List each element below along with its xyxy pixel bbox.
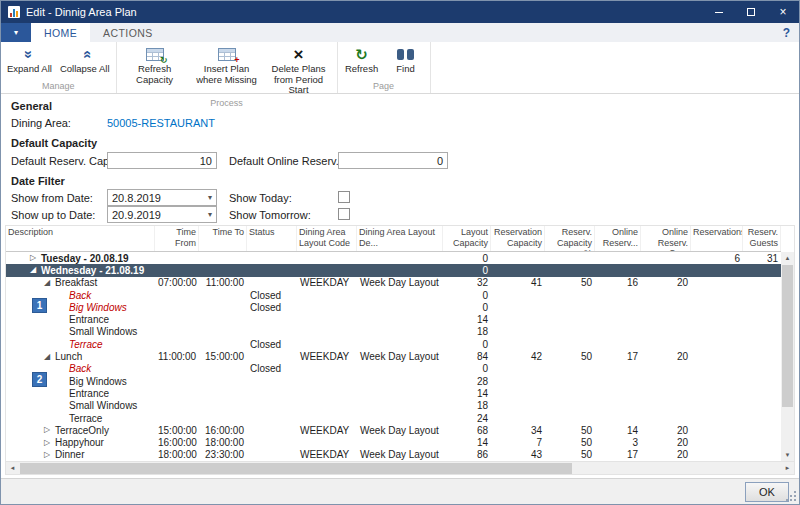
- cell-online_reserv: 17: [595, 449, 641, 460]
- cell-time_to: 23:30:00: [199, 449, 247, 460]
- row-description: Small Windows: [69, 400, 137, 411]
- show-up-to-date-select[interactable]: 20.9.2019 ▾: [107, 206, 217, 223]
- tab-actions[interactable]: ACTIONS: [90, 23, 165, 42]
- insert-plan-button[interactable]: + Insert Plan where Missing: [191, 43, 263, 86]
- table-row[interactable]: TerraceClosed0: [6, 338, 781, 350]
- table-row[interactable]: Small Windows18: [6, 326, 781, 338]
- delete-plans-button[interactable]: × Delete Plans from Period Start: [263, 43, 335, 97]
- chevron-down-icon: ▾: [14, 28, 18, 37]
- table-row[interactable]: Entrance14: [6, 387, 781, 399]
- table-row[interactable]: BackClosed0: [6, 363, 781, 375]
- table-row[interactable]: Entrance14: [6, 313, 781, 325]
- column-header-reserv_guests[interactable]: Reserv. Guests: [743, 226, 781, 251]
- help-button[interactable]: ?: [783, 23, 790, 42]
- file-menu-button[interactable]: ▾: [1, 23, 31, 42]
- table-row[interactable]: ▷TerraceOnly15:00:0016:00:00WEEKDAYWeek …: [6, 424, 781, 436]
- scroll-right-icon[interactable]: ►: [781, 462, 794, 474]
- collapse-row-icon[interactable]: ◢: [30, 266, 41, 274]
- column-header-online_reserv_ca[interactable]: Online Reserv. Ca...: [641, 226, 691, 251]
- cell-reservations: 6: [691, 253, 743, 264]
- cell-time_to: 16:00:00: [199, 425, 247, 436]
- expand-row-icon[interactable]: ▷: [44, 426, 55, 434]
- cell-description: ◢Lunch: [6, 351, 155, 362]
- cell-status: Closed: [247, 363, 297, 374]
- table-row[interactable]: ◢Breakfast07:00:0011:00:00WEEKDAYWeek Da…: [6, 277, 781, 289]
- ribbon-group-manage: » Expand All » Collapse All Manage: [1, 42, 117, 93]
- group-label-manage: Manage: [3, 80, 114, 93]
- scroll-down-icon[interactable]: ▼: [781, 449, 794, 461]
- default-reserv-capacity-input[interactable]: 10: [107, 152, 217, 169]
- cell-online_reserv: 3: [595, 437, 641, 448]
- expand-all-icon: »: [25, 44, 33, 64]
- default-online-reserv-capacity-input[interactable]: 0: [338, 152, 448, 169]
- cell-description: 1Big Windows: [6, 302, 155, 313]
- column-header-time_to[interactable]: Time To: [199, 226, 247, 251]
- table-row[interactable]: Terrace24: [6, 412, 781, 424]
- expand-row-icon[interactable]: ▷: [30, 254, 41, 262]
- table-row[interactable]: ▷Tuesday - 20.08.190631: [6, 252, 781, 264]
- cell-time_from: 07:00:00: [155, 277, 199, 288]
- column-header-layout_desc[interactable]: Dining Area Layout De...: [357, 226, 443, 251]
- vertical-scrollbar[interactable]: ▲ ▼: [781, 252, 794, 461]
- scroll-up-icon[interactable]: ▲: [781, 252, 794, 264]
- column-header-time_from[interactable]: Time From: [155, 226, 199, 251]
- column-header-layout_code[interactable]: Dining Area Layout Code: [297, 226, 357, 251]
- table-row[interactable]: BackClosed0: [6, 289, 781, 301]
- collapse-all-button[interactable]: » Collapse All: [56, 43, 114, 76]
- table-row[interactable]: ▷Happyhour16:00:0018:00:0014750320: [6, 436, 781, 448]
- cell-reservation_capacity: 7: [491, 437, 545, 448]
- expand-all-button[interactable]: » Expand All: [3, 43, 56, 76]
- title-bar: Edit - Dinnig Area Plan ×: [1, 1, 799, 23]
- row-description: TerraceOnly: [55, 425, 109, 436]
- maximize-button[interactable]: [735, 1, 767, 23]
- column-header-layout_capacity[interactable]: Layout Capacity: [443, 226, 491, 251]
- dining-area-link[interactable]: 50005-RESTAURANT: [107, 117, 215, 129]
- cell-layout_capacity: 0: [443, 290, 491, 301]
- scroll-left-icon[interactable]: ◄: [6, 462, 19, 474]
- show-tomorrow-checkbox[interactable]: [338, 208, 350, 220]
- minimize-button[interactable]: [703, 1, 735, 23]
- cell-description: Small Windows: [6, 400, 155, 411]
- table-row[interactable]: 2Big Windows28: [6, 375, 781, 387]
- section-general: General: [11, 100, 52, 112]
- show-today-checkbox[interactable]: [338, 191, 350, 203]
- tab-home[interactable]: HOME: [31, 23, 90, 42]
- horizontal-scroll-thumb[interactable]: [20, 463, 572, 474]
- cell-layout_code: WEEKDAY: [297, 277, 357, 288]
- button-label: Delete Plans from Period Start: [267, 64, 331, 96]
- column-header-reservations[interactable]: Reservations: [691, 226, 743, 251]
- cell-time_from: 11:00:00: [155, 351, 199, 362]
- collapse-row-icon[interactable]: ◢: [44, 279, 55, 287]
- show-from-date-value: 20.8.2019: [112, 192, 161, 204]
- expand-row-icon[interactable]: ▷: [44, 439, 55, 447]
- vertical-scroll-thumb[interactable]: [782, 265, 793, 407]
- row-description: Wednesday - 21.08.19: [41, 265, 144, 276]
- close-button[interactable]: ×: [767, 1, 799, 23]
- ok-button[interactable]: OK: [745, 482, 789, 502]
- horizontal-scrollbar[interactable]: ◄ ►: [6, 461, 794, 474]
- cell-description: ▷TerraceOnly: [6, 425, 155, 436]
- table-row[interactable]: 1Big WindowsClosed0: [6, 301, 781, 313]
- cell-online_reserv_ca: 20: [641, 277, 691, 288]
- table-row[interactable]: ▷Dinner18:00:0023:30:00WEEKDAYWeek Day L…: [6, 449, 781, 461]
- table-row[interactable]: Small Windows18: [6, 400, 781, 412]
- refresh-capacity-button[interactable]: ↻ Refresh Capacity: [119, 43, 191, 86]
- table-row[interactable]: ◢Lunch11:00:0015:00:00WEEKDAYWeek Day La…: [6, 350, 781, 362]
- column-header-reserv_capacity_pct[interactable]: Reserv. Capacity %: [545, 226, 595, 251]
- find-button[interactable]: Find: [384, 43, 428, 76]
- row-description: Back: [69, 363, 91, 374]
- column-header-online_reserv[interactable]: Online Reserv...: [595, 226, 641, 251]
- cell-layout_capacity: 14: [443, 437, 491, 448]
- column-header-description[interactable]: Description: [6, 226, 155, 251]
- show-from-date-select[interactable]: 20.8.2019 ▾: [107, 189, 217, 206]
- resize-grip-icon[interactable]: [785, 490, 796, 501]
- row-description: Lunch: [55, 351, 82, 362]
- collapse-row-icon[interactable]: ◢: [44, 353, 55, 361]
- button-label: Collapse All: [60, 64, 110, 75]
- table-row[interactable]: ◢Wednesday - 21.08.190: [6, 264, 781, 276]
- refresh-button[interactable]: ↻ Refresh: [340, 43, 384, 76]
- expand-row-icon[interactable]: ▷: [44, 451, 55, 459]
- cell-layout_desc: Week Day Layout: [357, 449, 443, 460]
- column-header-status[interactable]: Status: [247, 226, 297, 251]
- column-header-reservation_capacity[interactable]: Reservation Capacity: [491, 226, 545, 251]
